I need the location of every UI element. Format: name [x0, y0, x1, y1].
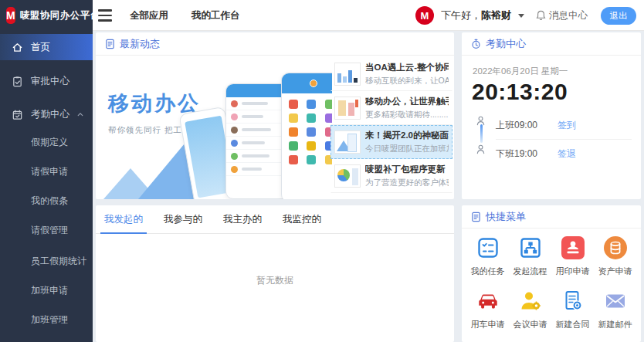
attendance-panel-title: 考勤中心 [486, 37, 526, 51]
sidebar-item-label: 考勤中心 [31, 108, 69, 121]
sidebar-item-employee-leave-stats[interactable]: 员工假期统计 [0, 248, 93, 274]
person-icon [476, 144, 486, 154]
attendance-panel: 考勤中心 2022年06月20日 星期一 20:13:20 上班09:00 签到… [462, 32, 641, 199]
quick-item-start-workflow[interactable]: 发起流程 [509, 236, 551, 277]
news-panel-title: 最新动态 [120, 37, 160, 51]
news-thumbnail [334, 164, 361, 188]
greeting-text: 下午好，陈裕财 [441, 8, 511, 22]
top-header: M 唛盟协同办公平台 全部应用 我的工作台 M 下午好，陈裕财 消息中心 退出 [0, 0, 644, 31]
sidebar-item-overtime-management[interactable]: 加班管理 [0, 306, 93, 333]
quick-menu-panel: 快捷菜单 我的任务 发起流程 用印申请 资产申请 用车申请 [462, 205, 641, 342]
sidebar: 首页 审批中心 考勤中心 假期定义 请假申请 我的假条 请假管理 员工假期统计 … [0, 31, 93, 342]
news-item[interactable]: 唛盟补丁包程序更新为了营造更好的客户体验，唛 [330, 159, 452, 193]
phone-mockup-apps [281, 73, 332, 199]
chevron-up-icon [77, 111, 83, 117]
logo-block: M 唛盟协同办公平台 [0, 0, 93, 31]
logout-button[interactable]: 退出 [601, 7, 636, 25]
news-list: 当OA遇上云-整个协同OA移动互联的到来，让OA与云 移动办公，让世界触手可更多… [330, 57, 452, 193]
tab-initiated-by-me[interactable]: 我发起的 [104, 205, 143, 233]
news-banner: 移动办公 帮你领先同行 把工作带出办公室 [96, 56, 332, 199]
header-right: M 下午好，陈裕财 消息中心 退出 [415, 0, 636, 31]
attendance-clock: 20:13:20 [472, 79, 641, 105]
contract-icon [561, 290, 585, 313]
quick-item-seal-request[interactable]: 用印申请 [551, 236, 594, 277]
sidebar-item-approval-center[interactable]: 审批中心 [0, 68, 93, 94]
mail-icon [604, 290, 627, 313]
sidebar-item-leave-management[interactable]: 请假管理 [0, 217, 93, 243]
sidebar-item-label: 审批中心 [31, 75, 69, 88]
workflow-icon [519, 236, 542, 259]
nav-my-workspace[interactable]: 我的工作台 [192, 9, 240, 22]
username: 陈裕财 [481, 9, 511, 21]
quick-menu-doc-icon [471, 212, 481, 222]
news-item[interactable]: 移动办公，让世界触手可更多精彩敬请期待........ [330, 91, 452, 125]
news-item[interactable]: 当OA遇上云-整个协同OA移动互联的到来，让OA与云 [330, 57, 452, 91]
sidebar-item-attendance-center[interactable]: 考勤中心 [0, 101, 93, 127]
news-thumbnail [334, 63, 361, 86]
tasks-icon [476, 236, 500, 259]
quick-item-asset-request[interactable]: 资产申请 [594, 236, 636, 277]
news-thumbnail [334, 130, 361, 154]
car-icon [476, 290, 500, 313]
stamp-icon [561, 236, 585, 259]
news-thumbnail [334, 97, 361, 120]
latest-news-panel: 最新动态 移动办公 帮你领先同行 把工作带出办公室 [96, 32, 454, 199]
checkout-button[interactable]: 签退 [558, 147, 576, 161]
checkout-label: 下班19:00 [496, 147, 537, 161]
quick-menu-grid: 我的任务 发起流程 用印申请 资产申请 用车申请 会议申请 [462, 229, 641, 330]
app-title: 唛盟协同办公平台 [20, 9, 100, 22]
top-nav: 全部应用 我的工作台 [130, 0, 240, 31]
tab-monitored-by-me[interactable]: 我监控的 [283, 205, 321, 233]
nav-all-apps[interactable]: 全部应用 [130, 9, 168, 22]
sidebar-item-home[interactable]: 首页 [0, 34, 93, 60]
quick-item-new-contract[interactable]: 新建合同 [551, 290, 594, 330]
quick-item-new-mail[interactable]: 新建邮件 [594, 290, 636, 330]
attendance-panel-header: 考勤中心 [462, 32, 641, 56]
asset-icon [604, 236, 627, 259]
checkin-button[interactable]: 签到 [558, 119, 576, 132]
sidebar-item-label: 首页 [31, 41, 50, 54]
quick-menu-header: 快捷菜单 [462, 205, 641, 229]
attendance-date: 2022年06月20日 星期一 [473, 66, 641, 77]
bell-icon [536, 10, 546, 21]
sidebar-item-leave-request[interactable]: 请假申请 [0, 158, 93, 185]
quick-item-my-tasks[interactable]: 我的任务 [466, 236, 509, 277]
app-screen: M 唛盟协同办公平台 全部应用 我的工作台 M 下午好，陈裕财 消息中心 退出 … [0, 0, 644, 342]
empty-state-text: 暂无数据 [96, 274, 454, 287]
tasks-tab-bar: 我发起的 我参与的 我主办的 我监控的 [96, 205, 454, 234]
checkin-label: 上班09:00 [496, 119, 537, 132]
brand-logo-icon: M [6, 7, 15, 24]
quick-item-vehicle-request[interactable]: 用车申请 [466, 290, 509, 330]
news-item-selected[interactable]: 来！揭开2.0的神秘面纱-今日唛盟团队正在加班加点， [330, 125, 452, 159]
home-icon [12, 42, 23, 53]
news-panel-header: 最新动态 [96, 32, 454, 56]
message-center-button[interactable]: 消息中心 [536, 9, 588, 22]
news-doc-icon [105, 39, 115, 49]
hamburger-menu-icon[interactable] [98, 9, 112, 22]
attendance-icon [12, 109, 23, 120]
checkout-row: 下班19:00 签退 [496, 140, 632, 168]
timeline-connector [480, 124, 483, 143]
attendance-rows: 上班09:00 签到 下班19:00 签退 [462, 111, 641, 168]
tab-participated-by-me[interactable]: 我参与的 [164, 205, 202, 233]
checkin-row: 上班09:00 签到 [496, 111, 632, 140]
approval-icon [12, 76, 23, 87]
message-center-label: 消息中心 [549, 9, 588, 22]
meeting-icon [519, 290, 542, 313]
sidebar-item-holiday-definition[interactable]: 假期定义 [0, 129, 93, 155]
tab-hosted-by-me[interactable]: 我主办的 [223, 205, 262, 233]
user-avatar[interactable]: M [415, 6, 434, 25]
chevron-down-icon[interactable] [518, 14, 524, 18]
sidebar-item-my-leave-notes[interactable]: 我的假条 [0, 188, 93, 214]
tasks-panel: 我发起的 我参与的 我主办的 我监控的 暂无数据 [96, 205, 454, 342]
quick-menu-title: 快捷菜单 [486, 210, 526, 224]
sidebar-item-overtime-request[interactable]: 加班申请 [0, 277, 93, 303]
stopwatch-icon [471, 39, 481, 49]
quick-item-meeting-request[interactable]: 会议申请 [509, 290, 551, 330]
